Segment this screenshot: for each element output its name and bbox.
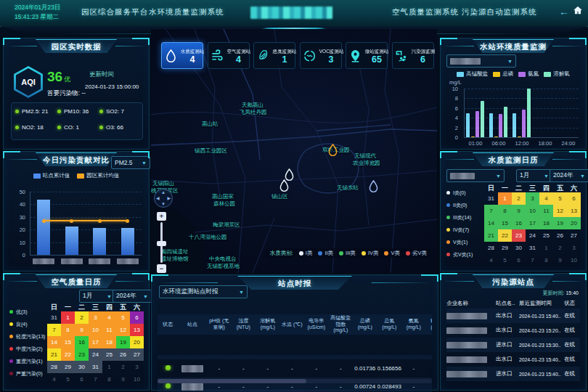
calendar-day[interactable]: 29 [61,361,75,373]
station-button-water-drop[interactable]: 水质监测站4 [161,42,203,69]
calendar-day[interactable]: 20 [567,217,581,229]
calendar-day[interactable]: 4 [484,254,498,266]
calendar-day[interactable]: 25 [102,348,116,361]
calendar-day[interactable]: 3 [526,192,539,205]
calendar-day[interactable]: 13 [130,324,144,336]
water-station-marker[interactable] [369,180,378,195]
calendar-day[interactable]: 28 [484,242,498,254]
calendar-day[interactable]: 18 [539,217,553,229]
back-icon[interactable]: ← [559,6,569,17]
calendar-day[interactable]: 22 [61,348,75,361]
calendar-day[interactable]: 21 [47,348,61,361]
calendar-day[interactable]: 13 [567,205,581,217]
table-row[interactable]: 出水口2024-01-23 15:40..在线 [446,352,580,367]
calendar-day[interactable]: 7 [526,254,539,266]
calendar-day[interactable]: 10 [130,373,144,385]
calendar-day[interactable]: 27 [130,348,144,361]
calendar-day[interactable]: 9 [553,254,567,266]
city-map[interactable]: 天鹅惠山飞凤牡丹园惠山站锡西工业园区无锡阳山桃花源景区惠山国家森林公园梅梁湖景区… [151,29,437,273]
nav-item-0[interactable]: 园区综合服务平台 [81,7,148,17]
calendar-day[interactable]: 16 [75,336,89,348]
calendar-day[interactable]: 25 [539,229,553,242]
nav-item-1[interactable]: 水环境质量监测系统 [149,7,224,17]
month-select[interactable]: 1月▼ [79,290,115,303]
pan-up-icon[interactable]: ▲ [161,190,166,195]
calendar-day[interactable]: 23 [512,229,526,242]
calendar-day[interactable]: 6 [75,373,89,385]
calendar-day[interactable]: 1 [61,311,75,324]
station-select[interactable]: ▼ [446,169,505,182]
water-station-marker[interactable] [279,179,289,195]
calendar-day[interactable]: 19 [116,336,130,348]
calendar-day[interactable]: 30 [512,242,526,254]
table-row[interactable]: 进水口2024-01-23 15:40..在线 [446,367,580,381]
calendar-day[interactable]: 4 [102,311,116,324]
calendar-day[interactable]: 3 [130,361,144,373]
station-button-voc[interactable]: VOC监测站3 [300,42,342,69]
calendar-day[interactable]: 16 [512,217,526,229]
station-select[interactable]: ▼ [446,54,516,68]
calendar-day[interactable]: 4 [47,373,61,385]
station-button-outfall[interactable]: 污染源监测6 [392,42,434,69]
table-row[interactable]: 出水口2024-01-23 15:40..在线 [446,309,580,323]
zoom-in-button[interactable]: + [157,212,166,221]
calendar-day[interactable]: 31 [47,311,61,324]
calendar-day[interactable]: 24 [526,229,539,242]
pan-right-icon[interactable]: ▶ [167,195,171,200]
nav-item-2[interactable]: 空气质量监测系统 [392,7,459,17]
calendar-day[interactable]: 2 [116,361,130,373]
calendar-day[interactable]: 20 [130,336,144,348]
calendar-day[interactable]: 23 [75,348,89,361]
calendar-day[interactable]: 7 [484,205,498,217]
calendar-day[interactable]: 8 [61,324,75,336]
calendar-day[interactable]: 9 [116,373,130,385]
calendar-day[interactable]: 5 [553,192,567,205]
calendar-day[interactable]: 1 [539,242,553,254]
map-pan-control[interactable]: ▲ ▼ ◀ ▶ [154,189,173,208]
calendar-day[interactable]: 19 [553,217,567,229]
calendar-day[interactable]: 3 [567,242,581,254]
station-button-wind[interactable]: 空气监测站4 [208,42,250,69]
calendar-day[interactable]: 9 [512,205,526,217]
station-button-pin[interactable]: 微站监测站65 [346,42,388,69]
hourly-report-select[interactable]: 水环境监测站点时报▼ [159,285,248,298]
calendar-day[interactable]: 6 [130,311,144,324]
calendar-day[interactable]: 22 [498,229,512,242]
table-row[interactable]: 出水口2024-01-23 15:20..在线 [446,323,580,338]
calendar-day[interactable]: 2 [512,192,526,205]
calendar-day[interactable]: 21 [484,229,498,242]
calendar-day[interactable]: 15 [61,336,75,348]
nav-item-3[interactable]: 污染源自动监测系统 [462,7,537,17]
calendar-day[interactable]: 14 [484,217,498,229]
station-button-odor[interactable]: 恶臭监测站1 [253,42,295,69]
pollutant-select[interactable]: PM2.5▼ [111,156,150,169]
calendar-day[interactable]: 31 [526,242,539,254]
calendar-day[interactable]: 7 [89,373,102,385]
calendar-day[interactable]: 27 [567,229,581,242]
calendar-day[interactable]: 31 [484,192,498,205]
table-row[interactable]: 进水口2024-01-23 15:30..在线 [446,338,580,352]
calendar-day[interactable]: 28 [47,361,61,373]
calendar-day[interactable]: 18 [102,336,116,348]
calendar-day[interactable]: 8 [102,373,116,385]
calendar-day[interactable]: 11 [102,324,116,336]
calendar-day[interactable]: 1 [498,192,512,205]
calendar-day[interactable]: 6 [512,254,526,266]
year-select[interactable]: 2024年▼ [113,290,152,303]
pan-left-icon[interactable]: ◀ [156,195,160,200]
calendar-day[interactable]: 24 [89,348,102,361]
calendar-day[interactable]: 12 [553,205,567,217]
calendar-day[interactable]: 11 [539,205,553,217]
calendar-day[interactable]: 3 [89,311,102,324]
calendar-day[interactable]: 4 [539,192,553,205]
calendar-day[interactable]: 26 [553,229,567,242]
calendar-day[interactable]: 2 [553,242,567,254]
calendar-day[interactable]: 5 [61,373,75,385]
calendar-day[interactable]: 30 [75,361,89,373]
calendar-day[interactable]: 26 [116,348,130,361]
table-row[interactable]: ------0.007240.028493-- [158,377,432,392]
year-select[interactable]: 2024年▼ [550,169,588,182]
calendar-day[interactable]: 10 [89,324,102,336]
calendar-day[interactable]: 12 [116,324,130,336]
zoom-out-button[interactable]: − [157,264,166,273]
